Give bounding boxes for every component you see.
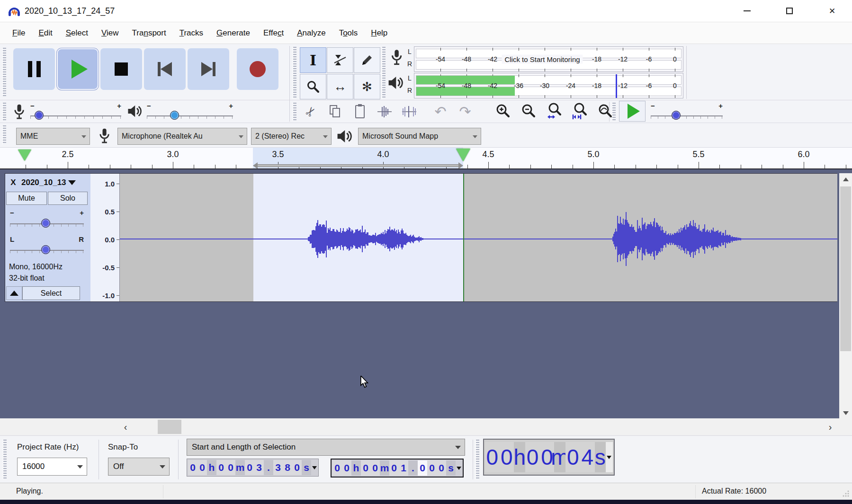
minimize-button[interactable] xyxy=(733,0,761,22)
stop-button[interactable] xyxy=(100,48,142,90)
zoom-out-button[interactable] xyxy=(516,101,541,122)
trim-audio-button[interactable] xyxy=(373,102,396,122)
time-digit[interactable]: 0 xyxy=(197,460,207,475)
time-digit[interactable]: h xyxy=(207,460,216,475)
track-pan-slider[interactable]: LR xyxy=(9,235,85,255)
audio-host-dropdown[interactable]: MME xyxy=(16,128,90,145)
time-digit[interactable]: 0 xyxy=(342,460,351,476)
menu-tracks[interactable]: Tracks xyxy=(173,26,210,41)
zoom-tool-button[interactable] xyxy=(300,74,326,99)
big-time-digit[interactable]: m xyxy=(554,442,565,472)
big-time-dropdown[interactable] xyxy=(606,442,613,472)
menu-generate[interactable]: Generate xyxy=(210,26,257,41)
track-gain-slider[interactable]: −+ xyxy=(9,209,85,229)
slider-thumb[interactable] xyxy=(672,111,681,120)
scroll-up-button[interactable] xyxy=(839,173,852,186)
draw-tool-button[interactable] xyxy=(354,47,380,73)
time-digit[interactable]: 0 xyxy=(361,460,370,476)
track-title-dropdown[interactable]: 2020_10_13 xyxy=(21,177,89,189)
multi-tool-button[interactable]: ✻ xyxy=(354,74,380,99)
fit-project-button[interactable] xyxy=(567,101,592,122)
solo-button[interactable]: Solo xyxy=(48,192,88,205)
time-digit[interactable]: s xyxy=(302,460,311,475)
pause-button[interactable] xyxy=(13,48,55,90)
time-digit[interactable]: 3 xyxy=(254,460,264,475)
slider-thumb[interactable] xyxy=(35,111,44,120)
horizontal-scrollbar[interactable]: ‹ › xyxy=(0,418,852,435)
zoom-in-button[interactable] xyxy=(491,101,515,122)
time-digit[interactable]: 0 xyxy=(332,460,342,476)
time-digit[interactable]: 0 xyxy=(245,460,254,475)
selection-tool-button[interactable]: I xyxy=(300,47,326,73)
selection-length-time-field[interactable]: 00h00m01.000s xyxy=(331,459,464,477)
big-time-digit[interactable]: 0 xyxy=(485,442,500,472)
slider-thumb[interactable] xyxy=(170,111,179,120)
recording-volume-slider[interactable]: −+ xyxy=(29,102,122,121)
time-field-dropdown[interactable] xyxy=(311,460,317,475)
time-digit[interactable]: 0 xyxy=(226,460,235,475)
playback-meter[interactable]: -54-48-42-36-30-24-18-12-60 xyxy=(414,73,683,98)
time-digit[interactable]: m xyxy=(235,460,245,475)
device-toolbar-grip[interactable] xyxy=(2,125,6,144)
menu-view[interactable]: View xyxy=(95,26,126,41)
time-digit[interactable]: s xyxy=(446,460,456,476)
mixer-toolbar-grip[interactable] xyxy=(2,103,6,121)
fit-selection-button[interactable] xyxy=(542,101,566,122)
big-time-digit[interactable]: s xyxy=(595,442,606,472)
play-button[interactable] xyxy=(57,48,99,90)
mute-button[interactable]: Mute xyxy=(6,192,47,205)
selection-mode-dropdown[interactable]: Start and Length of Selection xyxy=(187,439,465,456)
tools-toolbar-grip[interactable] xyxy=(293,47,296,99)
copy-button[interactable] xyxy=(323,102,347,122)
vertical-scrollbar-thumb[interactable] xyxy=(840,186,851,351)
time-digit[interactable]: 1 xyxy=(399,460,408,476)
snap-to-dropdown[interactable]: Off xyxy=(108,458,170,476)
transport-toolbar-grip[interactable] xyxy=(2,48,6,96)
silence-audio-button[interactable] xyxy=(397,102,421,122)
time-digit[interactable]: 0 xyxy=(418,460,427,476)
selection-toolbar-grip[interactable] xyxy=(3,440,7,479)
edit-toolbar-grip[interactable] xyxy=(293,103,296,121)
time-digit[interactable]: 0 xyxy=(427,460,437,476)
track-close-button[interactable]: X xyxy=(7,177,19,189)
time-digit[interactable]: . xyxy=(264,460,273,475)
time-digit[interactable]: h xyxy=(351,460,361,476)
zoom-toggle-button[interactable] xyxy=(593,101,618,122)
big-time-digit[interactable]: h xyxy=(514,442,525,472)
big-time-digit[interactable]: 0 xyxy=(525,442,540,472)
monitoring-overlay-text[interactable]: Click to Start Monitoring xyxy=(502,55,583,64)
close-button[interactable]: ✕ xyxy=(818,0,846,22)
time-field-dropdown[interactable] xyxy=(456,460,462,476)
menu-file[interactable]: File xyxy=(6,26,32,41)
record-button[interactable] xyxy=(237,48,278,90)
menu-help[interactable]: Help xyxy=(364,26,394,41)
scroll-down-button[interactable] xyxy=(839,407,852,418)
time-digit[interactable]: 0 xyxy=(216,460,226,475)
time-digit[interactable]: 0 xyxy=(292,460,302,475)
meter-toolbar-grip[interactable] xyxy=(382,47,386,99)
track-area[interactable]: X 2020_10_13 Mute Solo −+ LR Mono, 16000… xyxy=(0,169,852,418)
track-select-button[interactable]: Select xyxy=(22,286,80,300)
time-digit[interactable]: 3 xyxy=(273,460,283,475)
selection-start-time-field[interactable]: 00h00m03.380s xyxy=(187,459,319,477)
big-time-digit[interactable]: 0 xyxy=(500,442,514,472)
playhead-triangle-icon[interactable] xyxy=(456,149,470,161)
recording-channels-dropdown[interactable]: 2 (Stereo) Rec xyxy=(251,128,332,145)
menu-analyze[interactable]: Analyze xyxy=(290,26,332,41)
track-collapse-button[interactable] xyxy=(6,286,22,300)
audio-position-display[interactable]: 00h00m04s xyxy=(483,439,615,476)
playback-device-dropdown[interactable]: Microsoft Sound Mapp xyxy=(358,128,481,145)
menu-select[interactable]: Select xyxy=(59,26,95,41)
waveform-display[interactable] xyxy=(120,174,837,301)
recording-meter[interactable]: -54-48-42-18-12-60Click to Start Monitor… xyxy=(414,46,683,72)
scroll-left-button[interactable]: ‹ xyxy=(117,418,134,435)
time-digit[interactable]: m xyxy=(380,460,389,476)
recording-device-dropdown[interactable]: Microphone (Realtek Au xyxy=(117,128,247,145)
time-digit[interactable]: 0 xyxy=(437,460,446,476)
selection-start-arrow-icon[interactable] xyxy=(253,162,258,169)
slider-thumb[interactable] xyxy=(41,245,50,254)
horizontal-scrollbar-thumb[interactable] xyxy=(158,420,181,434)
vertical-scale-ruler[interactable]: 1.00.50.0-0.5-1.0 xyxy=(90,174,120,301)
big-time-digit[interactable]: 4 xyxy=(580,442,595,472)
selection-end-arrow-icon[interactable] xyxy=(458,162,463,169)
